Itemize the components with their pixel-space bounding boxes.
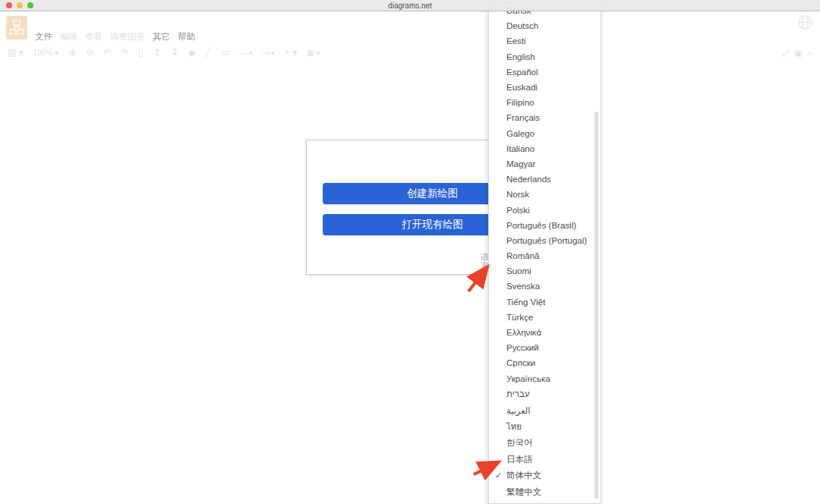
language-option-label: 繁體中文 [506,487,541,498]
language-option-label: Română [506,251,539,260]
language-option[interactable]: Eesti [489,33,601,49]
language-option-label: Euskadi [506,83,538,92]
language-option-label: Português (Portugal) [506,236,587,245]
language-option[interactable]: Tiếng Việt [489,295,601,310]
table-icon: ▦ ▾ [307,49,320,57]
delete-icon: ▯ [138,47,144,58]
language-option[interactable]: Polski [489,202,601,217]
language-menu: DanskDeutschEestiEnglishEspañolEuskadiFi… [488,2,601,504]
language-option-label: עברית [506,389,529,398]
annotation-arrow-language [462,261,495,296]
language-option-label: Tiếng Việt [506,298,545,307]
zoom-dropdown: 100% ▾ [33,49,58,57]
diagram-outline-icon: ▤ ▾ [8,47,24,58]
language-option[interactable]: ไทย [489,419,601,436]
language-option-label: ไทย [506,420,522,433]
language-option-label: Русский [506,343,539,352]
language-option-label: Español [506,68,538,77]
language-option[interactable]: العربية [489,402,601,419]
menu-item: 查看 [85,31,102,43]
menu-item[interactable]: 文件 [35,31,52,43]
window-title: diagrams.net [0,2,820,10]
shadow-icon: ▭ [221,47,229,58]
language-option[interactable]: Українська [489,371,601,386]
fit-page-icon: ⤢ [782,49,789,58]
language-option[interactable]: Српски [489,355,601,370]
language-option-label: Norsk [506,190,529,199]
language-option[interactable]: Filipino [489,95,601,110]
language-option[interactable]: English [489,49,601,65]
format-panel-icon: ▣ [794,49,802,58]
language-option-label: العربية [506,405,530,416]
undo-icon: ↶ [103,47,111,58]
menu-item: 调整图形 [110,31,145,43]
language-option[interactable]: Português (Brasil) [489,218,601,233]
redo-icon: ↷ [121,47,128,58]
language-option-label: Polski [506,206,530,215]
language-option-label: 简体中文 [506,470,541,481]
language-option-label: Nederlands [506,175,551,184]
line-color-icon: ╱ [205,47,210,58]
scrollbar-thumb[interactable] [594,112,598,499]
connection-style-icon: — ▾ [239,49,253,57]
language-option-label: 日本語 [506,454,533,465]
insert-icon: + ▾ [285,47,297,58]
language-option[interactable]: Magyar [489,156,601,172]
collapse-expand-icon: ˄ [808,49,812,58]
language-option-label: Ελληνικά [506,328,541,337]
language-option[interactable]: Italiano [489,141,601,156]
language-option[interactable]: Français [489,110,601,125]
titlebar: diagrams.net [0,0,820,11]
app-window: 文件编辑查看调整图形其它帮助 ▤ ▾100% ▾⊕⊖↶↷▯↥↧◆╱▭— ▾↝ ▾… [0,0,820,504]
language-option[interactable]: Română [489,248,601,263]
language-option-label: Svenska [506,282,540,291]
language-menu-list: DanskDeutschEestiEnglishEspañolEuskadiFi… [489,3,601,500]
language-option[interactable]: Deutsch [489,18,601,33]
language-option[interactable]: Suomi [489,263,601,279]
language-option[interactable]: Galego [489,126,601,141]
language-option-label: English [506,52,535,61]
language-option-label: Italiano [506,144,535,153]
language-option-label: Українська [506,374,550,383]
language-option-label: Eesti [506,36,526,46]
language-option-label: Français [506,113,540,122]
language-option-label: Deutsch [506,21,538,30]
menu-item[interactable]: 其它 [153,31,170,43]
language-option[interactable]: Español [489,65,601,80]
language-option[interactable]: 한국어 [489,435,601,452]
menubar: 文件编辑查看调整图形其它帮助 [35,31,195,43]
language-option[interactable]: Русский [489,340,601,355]
menu-item[interactable]: 帮助 [178,31,195,43]
to-front-icon: ↥ [153,47,161,58]
zoom-out-icon: ⊖ [86,47,93,58]
toolbar: ▤ ▾100% ▾⊕⊖↶↷▯↥↧◆╱▭— ▾↝ ▾+ ▾▦ ▾ [8,47,320,58]
language-option-label: Galego [506,129,535,138]
language-globe-icon[interactable] [798,15,812,33]
language-option[interactable]: Euskadi [489,80,601,95]
to-back-icon: ↧ [171,47,178,58]
toolbar-right: ⤢▣˄ [782,49,812,58]
language-option-label: Português (Brasil) [506,221,576,230]
language-option-label: Српски [506,358,535,367]
language-option[interactable]: 日本語 [489,452,601,468]
language-option-label: Filipino [506,98,534,107]
language-option[interactable]: 繁體中文 [489,484,601,501]
menu-item: 编辑 [60,31,77,43]
language-option[interactable]: ✓简体中文 [489,468,601,484]
language-option[interactable]: Türkçe [489,310,601,325]
language-option-label: 한국어 [506,437,533,449]
language-option[interactable]: Nederlands [489,172,601,187]
language-option[interactable]: Ελληνικά [489,325,601,340]
fill-color-icon: ◆ [188,47,195,58]
language-option-label: Suomi [506,266,531,276]
language-option-label: Magyar [506,159,535,169]
language-option[interactable]: Português (Portugal) [489,233,601,248]
annotation-arrow-simplified-chinese [468,454,506,480]
language-option[interactable]: Svenska [489,279,601,294]
waypoint-style-icon: ↝ ▾ [263,49,275,57]
drawio-logo [6,16,27,39]
zoom-in-icon: ⊕ [68,47,76,58]
language-option[interactable]: עברית [489,386,601,403]
language-option[interactable]: Norsk [489,187,601,202]
language-option-label: Türkçe [506,313,533,322]
